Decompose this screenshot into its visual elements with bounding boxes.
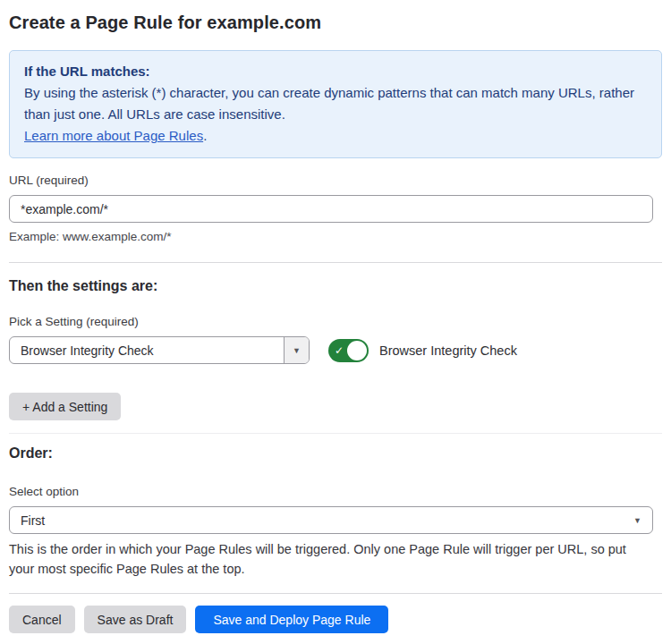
order-help-text: This is the order in which your Page Rul… xyxy=(9,539,655,579)
footer-actions: Cancel Save as Draft Save and Deploy Pag… xyxy=(9,606,662,633)
pick-setting-label: Pick a Setting (required) xyxy=(9,315,662,328)
order-section-heading: Order: xyxy=(9,445,662,462)
toggle-label: Browser Integrity Check xyxy=(379,343,517,358)
create-page-rule-form: Create a Page Rule for example.com If th… xyxy=(0,0,671,633)
add-setting-button[interactable]: + Add a Setting xyxy=(9,393,121,420)
toggle-knob xyxy=(347,341,367,360)
setting-select-arrow-button[interactable]: ▼ xyxy=(284,337,309,363)
info-box-body: By using the asterisk (*) character, you… xyxy=(24,82,647,125)
order-select[interactable]: First ▼ xyxy=(9,506,653,534)
page-title: Create a Page Rule for example.com xyxy=(9,13,662,33)
chevron-down-icon: ▼ xyxy=(293,346,301,355)
save-draft-button[interactable]: Save as Draft xyxy=(84,606,187,633)
divider-light xyxy=(9,433,662,434)
setting-row: Browser Integrity Check ▼ ✓ Browser Inte… xyxy=(9,336,662,364)
save-deploy-button[interactable]: Save and Deploy Page Rule xyxy=(195,606,388,633)
setting-select[interactable]: Browser Integrity Check ▼ xyxy=(9,336,310,364)
learn-more-link[interactable]: Learn more about Page Rules xyxy=(24,128,203,143)
divider xyxy=(9,593,662,594)
url-example-text: Example: www.example.com/* xyxy=(9,230,662,243)
order-select-value: First xyxy=(21,513,45,528)
url-input[interactable] xyxy=(9,195,653,223)
browser-integrity-toggle[interactable]: ✓ xyxy=(328,339,369,362)
divider xyxy=(9,262,662,263)
settings-section-heading: Then the settings are: xyxy=(9,278,662,294)
info-box-link-row: Learn more about Page Rules. xyxy=(24,125,647,147)
link-suffix: . xyxy=(203,128,207,143)
chevron-down-icon: ▼ xyxy=(633,516,641,525)
setting-select-value: Browser Integrity Check xyxy=(10,343,284,358)
toggle-check-icon: ✓ xyxy=(335,344,344,357)
order-select-label: Select option xyxy=(9,485,662,498)
info-box-heading: If the URL matches: xyxy=(24,61,647,82)
cancel-button[interactable]: Cancel xyxy=(9,606,75,633)
url-match-info-box: If the URL matches: By using the asteris… xyxy=(9,50,662,158)
url-field-label: URL (required) xyxy=(9,174,662,187)
